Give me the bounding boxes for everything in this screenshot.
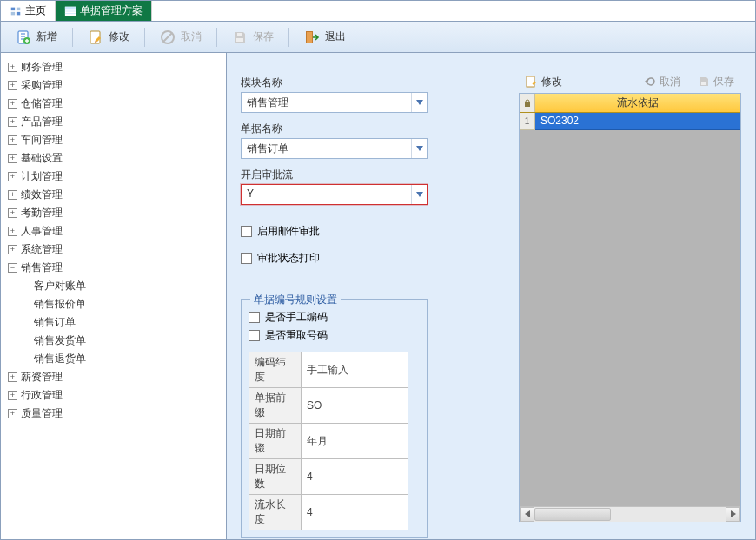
tree-node[interactable]: −销售管理 [4, 259, 222, 277]
approval-flow-value: Y [242, 185, 427, 202]
grid-cancel-button[interactable]: 取消 [637, 73, 687, 91]
module-name-select[interactable]: 销售管理 [241, 92, 428, 113]
dropdown-arrow-icon[interactable] [411, 93, 427, 112]
toolbar-separator [72, 28, 73, 47]
grid-edit-button[interactable]: 修改 [519, 73, 569, 91]
expand-icon[interactable]: + [8, 391, 17, 400]
tree-node[interactable]: +基础设置 [4, 149, 222, 168]
tree-node[interactable]: +人事管理 [4, 222, 222, 240]
regen-number-checkbox[interactable]: 是否重取号码 [249, 326, 420, 345]
save-icon [232, 30, 248, 45]
document-name-label: 单据名称 [241, 122, 501, 136]
scroll-thumb[interactable] [534, 508, 611, 521]
document-name-select[interactable]: 销售订单 [241, 138, 428, 159]
tree-node-label: 人事管理 [21, 224, 63, 239]
dropdown-arrow-icon[interactable] [411, 139, 427, 158]
kv-value[interactable]: 手工输入 [302, 352, 408, 388]
expand-icon[interactable]: + [8, 63, 17, 72]
edit-button[interactable]: 修改 [78, 25, 139, 49]
grid-save-button[interactable]: 保存 [691, 73, 741, 91]
tree-node-label: 质量管理 [21, 406, 63, 421]
tree-node[interactable]: +系统管理 [4, 240, 222, 259]
save-button[interactable]: 保存 [222, 25, 283, 49]
expand-icon[interactable]: + [8, 117, 17, 127]
grid-header-col[interactable]: 流水依据 [535, 94, 740, 112]
scroll-left-button[interactable] [520, 507, 534, 522]
tree-node-label: 绩效管理 [21, 188, 63, 202]
tab-home[interactable]: 主页 [1, 1, 56, 21]
kv-value[interactable]: SO [302, 388, 408, 424]
exit-label: 退出 [325, 30, 346, 44]
grid-cancel-label: 取消 [660, 75, 680, 89]
tree-leaf[interactable]: 客户对账单 [34, 277, 222, 295]
expand-icon[interactable]: + [8, 172, 17, 181]
scroll-right-button[interactable] [726, 507, 740, 522]
expand-icon[interactable]: + [8, 208, 17, 218]
tree-node-label: 考勤管理 [21, 206, 63, 221]
tree-node-label: 行政管理 [21, 388, 63, 403]
scroll-track[interactable] [534, 507, 726, 522]
lock-icon [520, 94, 535, 112]
kv-value[interactable]: 4 [302, 459, 408, 495]
tree-leaf[interactable]: 销售订单 [34, 313, 222, 332]
tree-node-label: 系统管理 [21, 242, 63, 257]
tree-node[interactable]: +车间管理 [4, 131, 222, 149]
tree-leaf[interactable]: 销售退货单 [34, 350, 222, 368]
grid-horizontal-scrollbar[interactable] [520, 506, 740, 521]
collapse-icon[interactable]: − [8, 263, 17, 273]
expand-icon[interactable]: + [8, 227, 17, 236]
enable-mail-approval-checkbox[interactable]: 启用邮件审批 [241, 222, 501, 240]
tree-node[interactable]: +质量管理 [4, 405, 222, 423]
svg-line-12 [163, 33, 172, 42]
tree-node-label: 财务管理 [21, 60, 63, 75]
grid-row[interactable]: 1SO2302 [520, 113, 740, 130]
tree-node[interactable]: +财务管理 [4, 58, 222, 76]
kv-key: 流水长度 [249, 495, 302, 530]
approval-flow-select[interactable]: Y [241, 184, 428, 205]
module-name-label: 模块名称 [241, 76, 501, 90]
expand-icon[interactable]: + [8, 99, 17, 109]
expand-icon[interactable]: + [8, 135, 17, 145]
tree-leaf[interactable]: 销售发货单 [34, 332, 222, 350]
expand-icon[interactable]: + [8, 372, 17, 382]
expand-icon[interactable]: + [8, 409, 17, 418]
manual-coding-checkbox[interactable]: 是否手工编码 [249, 308, 420, 326]
checkbox-box [249, 312, 260, 323]
tab-document-scheme[interactable]: 单据管理方案 [56, 1, 152, 21]
tree-node[interactable]: +采购管理 [4, 76, 222, 95]
tree-node[interactable]: +行政管理 [4, 386, 222, 405]
tree-node[interactable]: +薪资管理 [4, 368, 222, 386]
tree-node[interactable]: +绩效管理 [4, 186, 222, 204]
tree-node[interactable]: +仓储管理 [4, 95, 222, 113]
add-button[interactable]: 新增 [6, 25, 67, 49]
svg-rect-16 [307, 32, 312, 43]
svg-rect-0 [11, 7, 15, 10]
exit-button[interactable]: 退出 [295, 25, 355, 49]
expand-icon[interactable]: + [8, 245, 17, 254]
grid-header: 流水依据 [520, 94, 740, 113]
toolbar-separator [216, 28, 217, 47]
approval-status-print-label: 审批状态打印 [257, 251, 320, 266]
svg-rect-5 [65, 6, 76, 9]
kv-value[interactable]: 年月 [302, 424, 408, 459]
tree-node-label: 薪资管理 [21, 370, 63, 385]
expand-icon[interactable]: + [8, 190, 17, 200]
table-row: 日期前辍年月 [249, 424, 408, 459]
tree-node[interactable]: +考勤管理 [4, 204, 222, 222]
dropdown-arrow-icon[interactable] [411, 185, 427, 204]
tree-node[interactable]: +计划管理 [4, 168, 222, 186]
cancel-button[interactable]: 取消 [150, 25, 211, 49]
expand-icon[interactable]: + [8, 154, 17, 163]
module-name-value: 销售管理 [242, 93, 427, 113]
approval-status-print-checkbox[interactable]: 审批状态打印 [241, 249, 501, 267]
table-row: 流水长度4 [249, 495, 408, 530]
kv-value[interactable]: 4 [302, 495, 408, 530]
grid-cell[interactable]: SO2302 [535, 113, 740, 130]
tree-node[interactable]: +产品管理 [4, 113, 222, 131]
expand-icon[interactable]: + [8, 81, 17, 90]
kv-key: 日期位数 [249, 459, 302, 495]
regen-number-label: 是否重取号码 [265, 328, 328, 343]
tree-leaf[interactable]: 销售报价单 [34, 295, 222, 313]
tree-node-label: 车间管理 [21, 133, 63, 148]
table-row: 日期位数4 [249, 459, 408, 495]
